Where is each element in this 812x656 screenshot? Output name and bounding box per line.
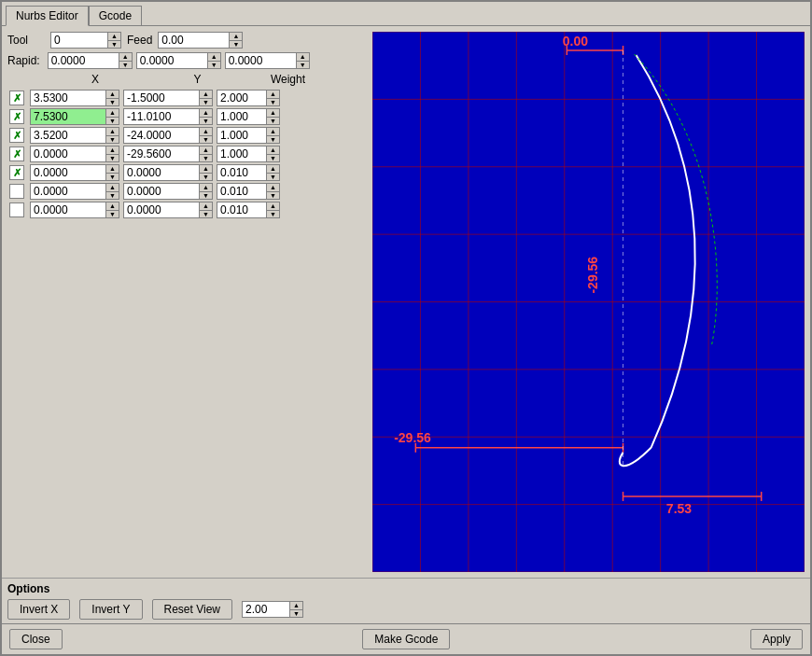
rapid-2-down[interactable]: ▼ (208, 62, 220, 69)
row-w-spinbox[interactable]: ▲ ▼ (217, 90, 280, 106)
row-x-down[interactable]: ▼ (106, 118, 119, 125)
tool-spinbox[interactable]: ▲ ▼ (50, 32, 121, 49)
row-x-up[interactable]: ▲ (106, 147, 119, 155)
rapid-input-3[interactable] (226, 53, 296, 68)
reset-view-button[interactable]: Reset View (152, 599, 232, 620)
row-y-down[interactable]: ▼ (200, 118, 212, 125)
rapid-1-up[interactable]: ▲ (119, 53, 132, 62)
row-x-spinbox[interactable]: ▲ ▼ (30, 183, 119, 200)
row-y-up[interactable]: ▲ (200, 109, 212, 118)
row-w-input[interactable] (217, 184, 266, 199)
row-x-input[interactable] (31, 128, 105, 143)
row-w-up[interactable]: ▲ (267, 109, 279, 118)
row-y-up[interactable]: ▲ (200, 128, 212, 136)
row-w-spinbox[interactable]: ▲ ▼ (217, 183, 280, 200)
row-x-spinbox[interactable]: ▲ ▼ (30, 164, 119, 181)
row-x-up[interactable]: ▲ (106, 109, 119, 118)
row-x-up[interactable]: ▲ (106, 184, 119, 192)
row-x-up[interactable]: ▲ (106, 128, 119, 136)
tab-nurbs[interactable]: Nurbs Editor (6, 6, 89, 26)
feed-spinbox[interactable]: ▲ ▼ (158, 32, 243, 49)
invert-y-button[interactable]: Invert Y (79, 599, 142, 620)
row-x-spinbox[interactable]: ▲ ▼ (30, 127, 119, 144)
row-checkbox-checked[interactable]: ✗ (9, 147, 24, 161)
row-w-spinbox[interactable]: ▲ ▼ (217, 108, 280, 125)
row-x-down[interactable]: ▼ (106, 99, 119, 106)
zoom-up-btn[interactable]: ▲ (290, 602, 302, 610)
row-x-spinbox[interactable]: ▲ ▼ (30, 146, 119, 162)
invert-x-button[interactable]: Invert X (7, 599, 70, 620)
row-w-up[interactable]: ▲ (267, 184, 279, 192)
row-y-input[interactable] (124, 165, 199, 180)
row-y-up[interactable]: ▲ (200, 165, 212, 174)
row-w-input[interactable] (217, 147, 266, 161)
row-y-spinbox[interactable]: ▲ ▼ (123, 202, 213, 218)
row-y-up[interactable]: ▲ (200, 202, 212, 211)
row-w-up[interactable]: ▲ (267, 147, 279, 155)
row-w-spinbox[interactable]: ▲ ▼ (217, 127, 280, 144)
row-w-down[interactable]: ▼ (267, 155, 279, 162)
tool-down-btn[interactable]: ▼ (108, 41, 120, 49)
row-x-spinbox[interactable]: ▲ ▼ (30, 90, 119, 106)
row-y-input[interactable] (124, 109, 199, 124)
row-y-up[interactable]: ▲ (200, 147, 212, 155)
row-x-up[interactable]: ▲ (106, 91, 119, 99)
row-x-down[interactable]: ▼ (106, 192, 119, 200)
row-x-down[interactable]: ▼ (106, 136, 119, 144)
row-y-spinbox[interactable]: ▲ ▼ (123, 164, 213, 181)
row-w-up[interactable]: ▲ (267, 202, 279, 211)
zoom-down-btn[interactable]: ▼ (290, 610, 302, 618)
row-y-spinbox[interactable]: ▲ ▼ (123, 127, 213, 144)
row-w-down[interactable]: ▼ (267, 118, 279, 125)
row-w-down[interactable]: ▼ (267, 99, 279, 106)
row-y-up[interactable]: ▲ (200, 184, 212, 192)
tab-gcode[interactable]: Gcode (89, 6, 142, 25)
rapid-spinbox-2[interactable]: ▲ ▼ (136, 52, 221, 69)
row-y-down[interactable]: ▼ (200, 155, 212, 162)
row-x-down[interactable]: ▼ (106, 211, 119, 218)
rapid-spinbox-1[interactable]: ▲ ▼ (48, 52, 133, 69)
row-w-input[interactable] (217, 202, 266, 217)
row-w-down[interactable]: ▼ (267, 136, 279, 144)
tool-up-btn[interactable]: ▲ (108, 33, 120, 41)
row-w-input[interactable] (217, 91, 266, 105)
row-x-down[interactable]: ▼ (106, 174, 119, 181)
close-button[interactable]: Close (9, 629, 63, 649)
row-w-input[interactable] (217, 109, 266, 124)
row-w-spinbox[interactable]: ▲ ▼ (217, 146, 280, 162)
row-x-input[interactable] (31, 147, 105, 161)
row-y-up[interactable]: ▲ (200, 91, 212, 99)
row-w-down[interactable]: ▼ (267, 192, 279, 200)
row-w-input[interactable] (217, 128, 266, 143)
rapid-3-down[interactable]: ▼ (297, 62, 309, 69)
row-y-spinbox[interactable]: ▲ ▼ (123, 183, 213, 200)
row-y-input[interactable] (124, 128, 199, 143)
row-x-input[interactable] (31, 165, 105, 180)
row-y-spinbox[interactable]: ▲ ▼ (123, 146, 213, 162)
row-x-input[interactable] (31, 91, 105, 105)
feed-input[interactable] (159, 33, 229, 48)
feed-up-btn[interactable]: ▲ (230, 33, 242, 41)
zoom-input[interactable] (243, 602, 289, 617)
rapid-1-down[interactable]: ▼ (119, 62, 132, 69)
tool-input[interactable] (51, 33, 107, 48)
row-x-spinbox[interactable]: ▲ ▼ (30, 202, 119, 218)
row-x-input[interactable] (31, 184, 105, 199)
row-checkbox-empty[interactable] (9, 184, 24, 199)
rapid-spinbox-3[interactable]: ▲ ▼ (225, 52, 310, 69)
row-y-down[interactable]: ▼ (200, 136, 212, 144)
row-w-spinbox[interactable]: ▲ ▼ (217, 164, 280, 181)
row-checkbox-checked[interactable]: ✗ (9, 165, 24, 180)
row-y-down[interactable]: ▼ (200, 192, 212, 200)
row-w-spinbox[interactable]: ▲ ▼ (217, 202, 280, 218)
row-w-up[interactable]: ▲ (267, 128, 279, 136)
row-x-up[interactable]: ▲ (106, 165, 119, 174)
row-x-spinbox[interactable]: ▲ ▼ (30, 108, 119, 125)
row-x-input[interactable] (31, 109, 105, 124)
row-w-down[interactable]: ▼ (267, 174, 279, 181)
row-checkbox-checked[interactable]: ✗ (9, 128, 24, 143)
row-y-input[interactable] (124, 91, 199, 105)
row-y-down[interactable]: ▼ (200, 174, 212, 181)
row-y-input[interactable] (124, 184, 199, 199)
row-y-input[interactable] (124, 202, 199, 217)
